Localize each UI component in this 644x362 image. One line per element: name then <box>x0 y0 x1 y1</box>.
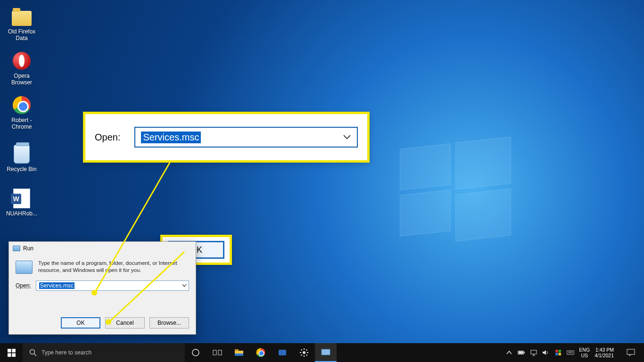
svg-rect-36 <box>627 349 635 354</box>
run-dialog-title: Run <box>23 245 33 252</box>
svg-point-4 <box>30 350 35 354</box>
svg-rect-31 <box>555 353 558 356</box>
desktop-icon-recycle-bin[interactable]: Recycle Bin <box>4 144 40 173</box>
folder-icon <box>12 11 32 26</box>
taskbar-file-explorer-icon[interactable] <box>228 343 250 362</box>
zoom-open-combobox[interactable]: Services.msc <box>134 127 358 148</box>
taskbar-cortana-icon[interactable] <box>185 343 206 362</box>
callout-dot-open <box>91 290 97 296</box>
svg-rect-26 <box>531 350 537 354</box>
tray-action-center-icon[interactable] <box>620 343 641 362</box>
desktop-icon-nuahrob-doc[interactable]: NUAHRob... <box>4 189 40 217</box>
wallpaper-windows-logo <box>400 137 513 236</box>
taskbar-chrome-icon[interactable] <box>250 343 272 362</box>
svg-rect-24 <box>524 352 525 354</box>
svg-rect-10 <box>235 349 239 351</box>
svg-rect-8 <box>218 350 222 355</box>
taskbar-taskview-icon[interactable] <box>206 343 228 362</box>
callout-dot-ok <box>106 319 111 325</box>
desktop[interactable]: Old Firefox Data Opera Browser Robert - … <box>0 0 644 362</box>
zoom-callout-open-field: Open: Services.msc <box>83 112 370 163</box>
tray-keyboard-icon[interactable] <box>567 349 574 356</box>
tray-chevron-up-icon[interactable] <box>505 349 513 356</box>
taskbar-run-icon[interactable] <box>315 343 337 362</box>
svg-rect-2 <box>8 353 11 357</box>
svg-point-6 <box>192 349 199 356</box>
run-dialog-titlebar[interactable]: Run <box>9 242 196 255</box>
zoom-open-value: Services.msc <box>141 132 201 143</box>
svg-rect-11 <box>235 354 243 356</box>
run-dialog[interactable]: Run Type the name of a program, folder, … <box>8 241 196 335</box>
chrome-icon <box>13 96 31 114</box>
svg-point-13 <box>303 351 305 354</box>
svg-rect-22 <box>322 349 330 355</box>
chevron-down-icon[interactable] <box>343 134 351 140</box>
taskbar-search[interactable]: Type here to search <box>23 343 185 362</box>
svg-rect-12 <box>279 350 286 355</box>
svg-line-21 <box>306 350 307 351</box>
svg-rect-1 <box>12 349 16 353</box>
taskbar-tray[interactable]: ENG US 1:43 PM 4/1/2021 <box>505 343 644 362</box>
run-dialog-icon <box>13 246 20 251</box>
tray-language[interactable]: ENG US <box>579 347 590 358</box>
desktop-icon-robert-chrome[interactable]: Robert - Chrome <box>4 95 40 130</box>
search-icon <box>29 349 37 356</box>
chrome-icon <box>256 348 265 357</box>
word-document-icon <box>13 189 30 208</box>
svg-rect-33 <box>567 351 574 354</box>
desktop-icon-label: Opera Browser <box>4 73 40 86</box>
tray-clock[interactable]: 1:43 PM 4/1/2021 <box>594 347 616 358</box>
tray-network-icon[interactable] <box>530 349 537 356</box>
svg-rect-32 <box>559 353 561 356</box>
svg-rect-25 <box>519 351 523 354</box>
svg-rect-30 <box>559 350 561 353</box>
zoom-open-label: Open: <box>95 132 120 143</box>
taskbar-settings-icon[interactable] <box>293 343 315 362</box>
tray-security-icon[interactable] <box>554 349 562 356</box>
desktop-icon-opera-browser[interactable]: Opera Browser <box>4 51 40 86</box>
ok-button[interactable]: OK <box>61 317 100 329</box>
run-open-combobox[interactable]: Services.msc <box>36 280 189 291</box>
tray-battery-icon[interactable] <box>518 349 525 356</box>
svg-line-20 <box>301 355 302 356</box>
desktop-icon-label: Robert - Chrome <box>4 117 40 130</box>
run-open-label: Open: <box>16 282 31 289</box>
desktop-icon-label: Old Firefox Data <box>4 28 40 41</box>
taskbar[interactable]: Type here to search ENG US 1:43 PM <box>0 343 644 362</box>
desktop-icon-old-firefox-data[interactable]: Old Firefox Data <box>4 7 40 41</box>
svg-line-5 <box>34 354 37 356</box>
svg-line-18 <box>301 350 302 351</box>
svg-rect-3 <box>12 353 16 357</box>
tray-volume-icon[interactable] <box>542 349 550 356</box>
opera-icon <box>13 52 31 70</box>
svg-rect-0 <box>8 349 11 353</box>
taskbar-app-icon[interactable] <box>272 343 293 362</box>
taskbar-search-placeholder: Type here to search <box>41 349 91 356</box>
recycle-bin-icon <box>14 145 30 164</box>
run-dialog-app-icon <box>16 261 33 274</box>
desktop-icon-label: NUAHRob... <box>4 210 40 217</box>
svg-rect-7 <box>213 350 216 355</box>
browse-button[interactable]: Browse... <box>149 317 189 329</box>
svg-line-19 <box>306 355 307 356</box>
svg-rect-29 <box>555 350 558 353</box>
start-button[interactable] <box>0 343 23 362</box>
chevron-down-icon[interactable] <box>182 284 187 288</box>
run-open-value: Services.msc <box>39 282 74 289</box>
desktop-icon-label: Recycle Bin <box>4 166 40 173</box>
